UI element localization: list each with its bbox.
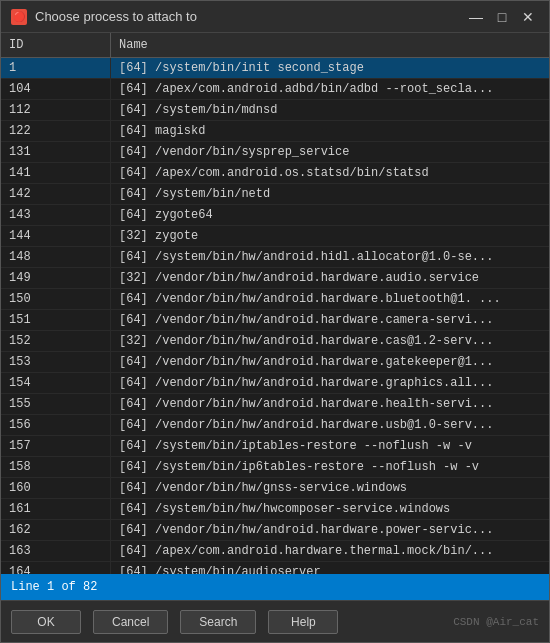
row-name: [64] /vendor/bin/hw/android.hardware.gat… <box>111 352 549 372</box>
main-window: 🔴 Choose process to attach to — □ ✕ ID N… <box>0 0 550 643</box>
window-icon: 🔴 <box>11 9 27 25</box>
cancel-button[interactable]: Cancel <box>93 610 168 634</box>
row-name: [64] /vendor/bin/hw/android.hardware.blu… <box>111 289 549 309</box>
row-id: 151 <box>1 310 111 330</box>
row-id: 131 <box>1 142 111 162</box>
row-id: 149 <box>1 268 111 288</box>
table-row[interactable]: 151[64] /vendor/bin/hw/android.hardware.… <box>1 310 549 331</box>
row-id: 148 <box>1 247 111 267</box>
table-row[interactable]: 104[64] /apex/com.android.adbd/bin/adbd … <box>1 79 549 100</box>
row-name: [64] /system/bin/hw/hwcomposer-service.w… <box>111 499 549 519</box>
row-name: [32] zygote <box>111 226 549 246</box>
row-name: [64] /system/bin/netd <box>111 184 549 204</box>
column-header-id: ID <box>1 33 111 57</box>
title-bar-left: 🔴 Choose process to attach to <box>11 9 197 25</box>
process-list[interactable]: 1[64] /system/bin/init second_stage104[6… <box>1 58 549 574</box>
row-name: [32] /vendor/bin/hw/android.hardware.cas… <box>111 331 549 351</box>
row-id: 161 <box>1 499 111 519</box>
table-header: ID Name <box>1 33 549 58</box>
line-status: Line 1 of 82 <box>11 580 97 594</box>
row-name: [64] zygote64 <box>111 205 549 225</box>
table-row[interactable]: 122[64] magiskd <box>1 121 549 142</box>
table-row[interactable]: 131[64] /vendor/bin/sysprep_service <box>1 142 549 163</box>
row-name: [64] /system/bin/iptables-restore --nofl… <box>111 436 549 456</box>
row-id: 152 <box>1 331 111 351</box>
table-row[interactable]: 158[64] /system/bin/ip6tables-restore --… <box>1 457 549 478</box>
table-row[interactable]: 143[64] zygote64 <box>1 205 549 226</box>
row-id: 160 <box>1 478 111 498</box>
table-row[interactable]: 154[64] /vendor/bin/hw/android.hardware.… <box>1 373 549 394</box>
row-id: 142 <box>1 184 111 204</box>
maximize-button[interactable]: □ <box>491 6 513 28</box>
row-id: 144 <box>1 226 111 246</box>
row-id: 155 <box>1 394 111 414</box>
row-id: 141 <box>1 163 111 183</box>
row-id: 104 <box>1 79 111 99</box>
row-name: [64] /system/bin/audioserver <box>111 562 549 574</box>
watermark: CSDN @Air_cat <box>453 616 539 628</box>
table-row[interactable]: 153[64] /vendor/bin/hw/android.hardware.… <box>1 352 549 373</box>
row-id: 1 <box>1 58 111 78</box>
table-row[interactable]: 142[64] /system/bin/netd <box>1 184 549 205</box>
status-bar: Line 1 of 82 <box>1 574 549 600</box>
row-name: [64] /apex/com.android.os.statsd/bin/sta… <box>111 163 549 183</box>
row-id: 162 <box>1 520 111 540</box>
row-id: 163 <box>1 541 111 561</box>
table-row[interactable]: 149[32] /vendor/bin/hw/android.hardware.… <box>1 268 549 289</box>
table-row[interactable]: 161[64] /system/bin/hw/hwcomposer-servic… <box>1 499 549 520</box>
row-name: [64] /system/bin/ip6tables-restore --nof… <box>111 457 549 477</box>
search-button[interactable]: Search <box>180 610 256 634</box>
table-row[interactable]: 156[64] /vendor/bin/hw/android.hardware.… <box>1 415 549 436</box>
row-id: 153 <box>1 352 111 372</box>
close-button[interactable]: ✕ <box>517 6 539 28</box>
table-row[interactable]: 150[64] /vendor/bin/hw/android.hardware.… <box>1 289 549 310</box>
row-name: [64] /system/bin/mdnsd <box>111 100 549 120</box>
table-row[interactable]: 141[64] /apex/com.android.os.statsd/bin/… <box>1 163 549 184</box>
row-id: 143 <box>1 205 111 225</box>
help-button[interactable]: Help <box>268 610 338 634</box>
row-name: [64] /vendor/bin/hw/gnss-service.windows <box>111 478 549 498</box>
title-bar: 🔴 Choose process to attach to — □ ✕ <box>1 1 549 33</box>
bottom-bar: OK Cancel Search Help CSDN @Air_cat <box>1 600 549 642</box>
row-name: [64] /vendor/bin/hw/android.hardware.cam… <box>111 310 549 330</box>
column-header-name: Name <box>111 33 549 57</box>
row-id: 158 <box>1 457 111 477</box>
table-row[interactable]: 164[64] /system/bin/audioserver <box>1 562 549 574</box>
table-row[interactable]: 160[64] /vendor/bin/hw/gnss-service.wind… <box>1 478 549 499</box>
row-name: [64] /vendor/bin/hw/android.hardware.hea… <box>111 394 549 414</box>
table-row[interactable]: 152[32] /vendor/bin/hw/android.hardware.… <box>1 331 549 352</box>
row-name: [64] magiskd <box>111 121 549 141</box>
row-id: 154 <box>1 373 111 393</box>
table-row[interactable]: 163[64] /apex/com.android.hardware.therm… <box>1 541 549 562</box>
row-name: [32] /vendor/bin/hw/android.hardware.aud… <box>111 268 549 288</box>
title-bar-controls: — □ ✕ <box>465 6 539 28</box>
row-id: 122 <box>1 121 111 141</box>
table-row[interactable]: 157[64] /system/bin/iptables-restore --n… <box>1 436 549 457</box>
row-name: [64] /vendor/bin/sysprep_service <box>111 142 549 162</box>
row-id: 157 <box>1 436 111 456</box>
row-id: 156 <box>1 415 111 435</box>
table-row[interactable]: 162[64] /vendor/bin/hw/android.hardware.… <box>1 520 549 541</box>
row-id: 164 <box>1 562 111 574</box>
table-row[interactable]: 112[64] /system/bin/mdnsd <box>1 100 549 121</box>
row-name: [64] /system/bin/hw/android.hidl.allocat… <box>111 247 549 267</box>
table-row[interactable]: 155[64] /vendor/bin/hw/android.hardware.… <box>1 394 549 415</box>
row-id: 150 <box>1 289 111 309</box>
row-name: [64] /vendor/bin/hw/android.hardware.pow… <box>111 520 549 540</box>
table-row[interactable]: 148[64] /system/bin/hw/android.hidl.allo… <box>1 247 549 268</box>
row-name: [64] /vendor/bin/hw/android.hardware.gra… <box>111 373 549 393</box>
row-name: [64] /system/bin/init second_stage <box>111 58 549 78</box>
row-name: [64] /apex/com.android.adbd/bin/adbd --r… <box>111 79 549 99</box>
row-name: [64] /vendor/bin/hw/android.hardware.usb… <box>111 415 549 435</box>
row-name: [64] /apex/com.android.hardware.thermal.… <box>111 541 549 561</box>
window-title: Choose process to attach to <box>35 9 197 24</box>
row-id: 112 <box>1 100 111 120</box>
ok-button[interactable]: OK <box>11 610 81 634</box>
minimize-button[interactable]: — <box>465 6 487 28</box>
table-row[interactable]: 1[64] /system/bin/init second_stage <box>1 58 549 79</box>
table-row[interactable]: 144[32] zygote <box>1 226 549 247</box>
